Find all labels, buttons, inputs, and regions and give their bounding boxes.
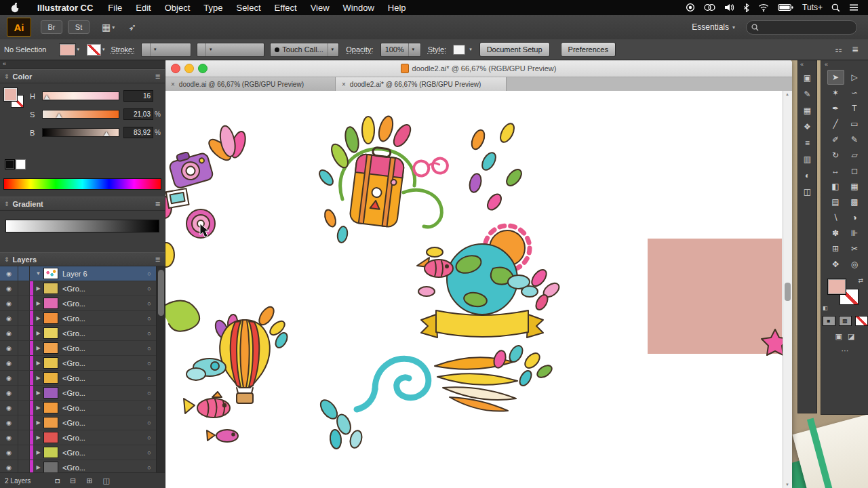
lock-column[interactable] [18, 281, 30, 296]
layer-name[interactable]: <Gro... [62, 300, 142, 308]
line-segment-tool[interactable]: ╱ [827, 117, 844, 131]
apple-menu-icon[interactable] [11, 3, 20, 13]
slider-track[interactable] [42, 92, 119, 100]
expand-triangle-icon[interactable]: ▼ [33, 270, 43, 277]
zoom-window-button[interactable] [198, 64, 208, 73]
lock-column[interactable] [18, 460, 30, 472]
visibility-eye-icon[interactable]: ◉ [0, 341, 18, 355]
lock-column[interactable] [18, 445, 30, 460]
target-circle-icon[interactable]: ○ [142, 375, 157, 382]
gradient-panel-icon[interactable]: ▥ [800, 152, 814, 166]
libraries-panel-icon[interactable]: ▣ [800, 70, 814, 85]
layer-row[interactable]: ◉▶<Gro...○ [0, 341, 157, 356]
perspective-grid-tool[interactable]: ▦ [846, 179, 863, 194]
chevron-down-icon[interactable]: ▾ [328, 43, 337, 56]
style-link[interactable]: Style: [428, 45, 447, 54]
stroke-panel-icon[interactable]: ≡ [800, 136, 814, 150]
target-circle-icon[interactable]: ○ [142, 270, 157, 277]
display-mirroring-icon[interactable] [704, 3, 715, 12]
tab-doodle[interactable]: × doodle.ai @ 66,67% (RGB/GPU Preview) [165, 77, 336, 92]
visibility-eye-icon[interactable]: ◉ [0, 430, 18, 445]
layer-thumbnail[interactable] [43, 432, 58, 443]
change-screen-mode-icon[interactable]: ⋯ [821, 346, 868, 355]
layer-row[interactable]: ◉▶<Gro...○ [0, 401, 157, 415]
direct-selection-tool[interactable]: ▷ [846, 70, 863, 85]
battery-icon[interactable] [778, 3, 793, 12]
close-icon[interactable]: × [342, 81, 346, 88]
layer-row[interactable]: ◉▶<Gro...○ [0, 281, 157, 296]
stroke-panel-link[interactable]: Stroke: [111, 45, 134, 54]
slider-value[interactable]: 16 [123, 90, 153, 102]
expand-triangle-icon[interactable]: ▶ [33, 434, 43, 441]
document-setup-button[interactable]: Document Setup [479, 42, 550, 57]
width-profile-combo[interactable]: ▾ [197, 43, 264, 57]
lasso-tool[interactable]: ∽ [846, 85, 863, 100]
app-search-box[interactable] [746, 20, 857, 35]
artboard-tool[interactable]: ⊞ [827, 241, 844, 256]
opacity-combo[interactable]: 100% ▾ [380, 43, 421, 57]
layer-name[interactable]: <Gro... [62, 329, 142, 338]
collapse-dock-icon[interactable]: « [821, 60, 868, 68]
layer-name[interactable]: <Gro... [62, 314, 142, 323]
layer-thumbnail[interactable] [43, 298, 58, 309]
expand-triangle-icon[interactable]: ▶ [33, 449, 43, 455]
lock-column[interactable] [18, 266, 30, 281]
visibility-eye-icon[interactable]: ◉ [0, 326, 18, 340]
layer-name[interactable]: <Gro... [62, 464, 142, 472]
stroke-color-swatch[interactable] [87, 44, 101, 56]
rectangle-tool[interactable]: ▭ [846, 117, 863, 131]
slider-handle[interactable] [104, 131, 109, 136]
lock-column[interactable] [18, 356, 30, 370]
active-app-name[interactable]: Illustrator CC [29, 3, 101, 13]
lock-column[interactable] [18, 326, 30, 340]
color-spectrum-bar[interactable] [3, 178, 161, 190]
menu-item-object[interactable]: Object [158, 3, 197, 13]
lock-column[interactable] [18, 430, 30, 445]
visibility-eye-icon[interactable]: ◉ [0, 415, 18, 430]
layer-row[interactable]: ◉▶<Gro...○ [0, 386, 157, 401]
menu-item-select[interactable]: Select [229, 3, 267, 13]
panel-menu-icon[interactable]: ≣ [155, 256, 161, 263]
bridge-button[interactable]: Br [41, 20, 62, 34]
layer-thumbnail[interactable] [43, 283, 58, 294]
visibility-eye-icon[interactable]: ◉ [0, 445, 18, 460]
expand-triangle-icon[interactable]: ▶ [33, 315, 43, 321]
target-circle-icon[interactable]: ○ [142, 405, 157, 411]
expand-triangle-icon[interactable]: ▶ [33, 330, 43, 336]
menu-item-type[interactable]: Type [197, 3, 229, 13]
layers-panel-header[interactable]: ⇕ Layers ≣ [0, 252, 165, 266]
gradient-tool[interactable]: ▩ [846, 195, 863, 209]
color-button[interactable]: ■ [823, 316, 835, 326]
expand-triangle-icon[interactable]: ▶ [33, 464, 43, 470]
layer-thumbnail[interactable] [43, 387, 58, 399]
volume-icon[interactable] [724, 3, 734, 12]
spotlight-search-icon[interactable] [831, 3, 840, 12]
preferences-button[interactable]: Preferences [561, 42, 616, 57]
document-title-bar[interactable]: doodle2.ai* @ 66,67% (RGB/GPU Preview) [165, 60, 792, 77]
fill-proxy-swatch[interactable] [4, 88, 17, 101]
scrollbar-thumb[interactable] [785, 283, 791, 301]
scroll-down-arrow-icon[interactable]: ▼ [785, 483, 789, 487]
panel-collapse-icon[interactable]: ⇕ [4, 201, 9, 207]
chevron-down-icon[interactable]: ▾ [150, 43, 159, 56]
blend-tool[interactable]: ◑ [846, 210, 863, 225]
minimize-window-button[interactable] [184, 64, 194, 73]
hand-tool[interactable]: ✥ [827, 257, 844, 272]
delete-layer-icon[interactable]: ◫ [102, 476, 109, 485]
eyedropper-tool[interactable]: ∖ [827, 210, 844, 225]
menu-item-edit[interactable]: Edit [129, 3, 157, 13]
control-panel-menu-icon[interactable]: ≣ [852, 45, 859, 54]
lock-column[interactable] [18, 401, 30, 415]
layer-row[interactable]: ◉▶<Gro...○ [0, 460, 157, 472]
lock-column[interactable] [18, 341, 30, 355]
chevron-down-icon[interactable]: ▾ [205, 43, 215, 56]
slice-tool[interactable]: ✂ [846, 241, 863, 256]
layer-thumbnail[interactable] [43, 447, 58, 458]
chevron-down-icon[interactable]: ▾ [77, 47, 79, 52]
layer-thumbnail[interactable] [43, 372, 58, 384]
chevron-down-icon[interactable]: ▾ [469, 47, 472, 52]
slider-track[interactable] [42, 110, 119, 119]
expand-triangle-icon[interactable]: ▶ [33, 300, 43, 306]
target-circle-icon[interactable]: ○ [142, 330, 157, 337]
width-tool[interactable]: ↔ [827, 163, 844, 178]
